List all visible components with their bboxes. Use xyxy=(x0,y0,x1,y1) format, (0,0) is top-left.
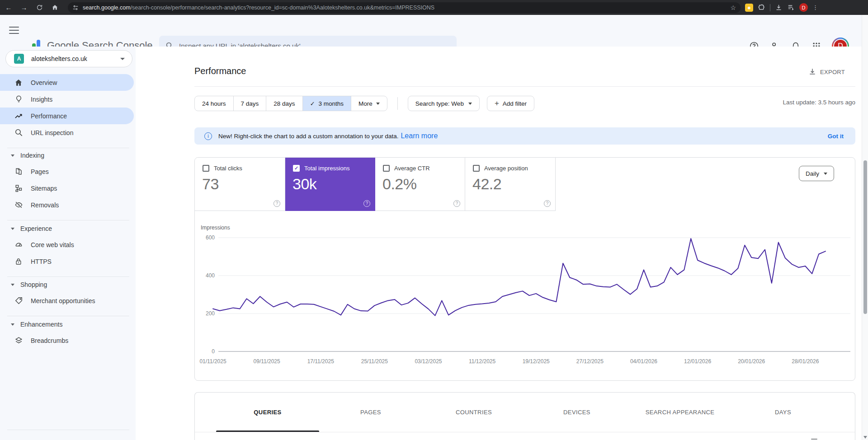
svg-text:12/01/2026: 12/01/2026 xyxy=(684,358,711,365)
sidebar-item-breadcrumbs[interactable]: Breadcrumbs xyxy=(0,332,134,349)
info-icon: i xyxy=(204,132,212,140)
property-avatar: A xyxy=(14,54,24,64)
chevron-down-icon xyxy=(11,284,14,286)
app-header: Google Search Console D xyxy=(0,15,868,47)
reload-icon[interactable] xyxy=(33,2,46,14)
got-it-button[interactable]: Got it xyxy=(828,133,844,140)
sidebar-item-overview[interactable]: Overview xyxy=(0,74,134,91)
granularity-dropdown[interactable]: Daily xyxy=(799,166,834,181)
search-icon xyxy=(14,128,24,137)
property-selector[interactable]: A alotekshelters.co.uk xyxy=(5,50,132,67)
sidebar-divider xyxy=(7,148,129,148)
sidebar-item-url-inspection[interactable]: URL inspection xyxy=(0,124,134,141)
date-filter-more[interactable]: More xyxy=(351,96,387,111)
svg-text:19/12/2025: 19/12/2025 xyxy=(523,358,550,365)
chevron-down-icon xyxy=(11,323,14,326)
tab-queries[interactable]: QUERIES xyxy=(216,393,319,432)
help-icon[interactable]: ? xyxy=(363,200,370,207)
divider xyxy=(195,432,855,432)
svg-text:17/11/2025: 17/11/2025 xyxy=(307,358,334,365)
url-text: search.google.com/search-console/perform… xyxy=(83,5,726,11)
tab-pages[interactable]: PAGES xyxy=(319,393,422,432)
checkbox-icon[interactable] xyxy=(203,165,209,172)
speedometer-icon xyxy=(14,240,24,249)
filter-list-icon[interactable] xyxy=(810,437,819,440)
sidebar-item-pages[interactable]: Pages xyxy=(0,163,134,180)
divider xyxy=(194,86,855,87)
page-scrollbar[interactable] xyxy=(862,15,868,440)
checkbox-icon[interactable] xyxy=(383,165,390,172)
reading-list-icon[interactable] xyxy=(787,4,795,11)
browser-profile-avatar[interactable]: D xyxy=(799,3,808,12)
date-filter-7-days[interactable]: 7 days xyxy=(234,96,267,111)
back-icon[interactable]: ← xyxy=(2,2,15,14)
sidebar-item-insights[interactable]: Insights xyxy=(0,91,134,108)
scroll-down-icon[interactable] xyxy=(863,436,867,439)
extension-icon[interactable]: ◆ xyxy=(745,4,753,12)
sidebar-item-merchant-opportunities[interactable]: Merchant opportunities xyxy=(0,292,134,309)
sidebar: A alotekshelters.co.uk Overview Insights… xyxy=(0,47,136,440)
svg-text:03/12/2025: 03/12/2025 xyxy=(415,358,442,365)
chevron-down-icon xyxy=(11,228,14,230)
metric-tile-total-clicks[interactable]: Total clicks 73 ? xyxy=(195,158,285,211)
banner-text: New! Right-click the chart to add a cust… xyxy=(218,133,398,140)
tab-days[interactable]: DAYS xyxy=(731,393,835,432)
tab-search-appearance[interactable]: SEARCH APPEARANCE xyxy=(628,393,731,432)
add-filter-button[interactable]: + Add filter xyxy=(487,96,534,111)
metric-tile-average-ctr[interactable]: Average CTR 0.2% ? xyxy=(375,158,465,211)
checkbox-checked-icon[interactable]: ✓ xyxy=(293,165,300,172)
sidebar-section-experience[interactable]: Experience xyxy=(0,222,134,235)
date-filter-24-hours[interactable]: 24 hours xyxy=(195,96,234,111)
sidebar-section-shopping[interactable]: Shopping xyxy=(0,278,134,291)
site-settings-icon[interactable] xyxy=(72,5,79,11)
help-icon[interactable]: ? xyxy=(274,200,280,207)
sidebar-item-removals[interactable]: Removals xyxy=(0,197,134,213)
sidebar-section-enhancements[interactable]: Enhancements xyxy=(0,318,134,331)
search-type-button[interactable]: Search type: Web xyxy=(408,96,480,111)
browser-actions: ◆ D ⋮ xyxy=(745,3,818,12)
date-filter-28-days[interactable]: 28 days xyxy=(266,96,302,111)
svg-text:20/01/2026: 20/01/2026 xyxy=(738,358,765,365)
metric-value: 0.2% xyxy=(382,175,465,193)
sidebar-section-indexing[interactable]: Indexing xyxy=(0,149,134,162)
help-icon[interactable]: ? xyxy=(544,200,551,207)
svg-text:11/12/2025: 11/12/2025 xyxy=(469,358,495,365)
url-bar[interactable]: search.google.com/search-console/perform… xyxy=(68,2,741,13)
date-filter-3-months[interactable]: ✓ 3 months xyxy=(303,96,351,111)
extensions-puzzle-icon[interactable] xyxy=(758,4,765,11)
tab-countries[interactable]: COUNTRIES xyxy=(422,393,525,432)
sidebar-item-sitemaps[interactable]: Sitemaps xyxy=(0,180,134,197)
impressions-line-chart[interactable]: 020040060001/11/202509/11/202517/11/2025… xyxy=(195,226,855,369)
check-icon: ✓ xyxy=(310,100,315,107)
scrollbar-thumb[interactable] xyxy=(863,160,867,314)
tab-devices[interactable]: DEVICES xyxy=(525,393,628,432)
metric-value: 73 xyxy=(202,175,285,193)
help-icon[interactable]: ? xyxy=(453,200,460,207)
annotation-banner: i New! Right-click the chart to add a cu… xyxy=(194,127,855,145)
forward-icon[interactable]: → xyxy=(17,2,31,14)
menu-hamburger-icon[interactable] xyxy=(9,27,19,34)
property-name: alotekshelters.co.uk xyxy=(31,55,120,62)
last-update-text: Last update: 3.5 hours ago xyxy=(783,99,855,106)
home-icon[interactable] xyxy=(48,2,61,14)
lock-icon xyxy=(14,257,24,266)
downloads-icon[interactable] xyxy=(775,4,783,11)
sidebar-item-https[interactable]: HTTPS xyxy=(0,253,134,270)
metric-tile-average-position[interactable]: Average position 42.2 ? xyxy=(465,158,556,211)
sidebar-item-core-web-vitals[interactable]: Core web vitals xyxy=(0,236,134,253)
export-button[interactable]: EXPORT xyxy=(808,68,845,76)
sidebar-item-performance[interactable]: Performance xyxy=(0,108,134,124)
metric-value: 42.2 xyxy=(472,175,555,193)
browser-menu-icon[interactable]: ⋮ xyxy=(812,4,818,11)
bookmark-star-icon[interactable]: ☆ xyxy=(730,4,736,11)
chevron-down-icon xyxy=(120,58,125,60)
checkbox-icon[interactable] xyxy=(473,165,480,172)
sitemap-icon xyxy=(14,184,24,192)
chevron-down-icon xyxy=(11,154,14,157)
eye-off-icon xyxy=(14,201,24,209)
sidebar-divider xyxy=(7,220,129,220)
chevron-down-icon xyxy=(468,103,472,105)
metric-tile-total-impressions[interactable]: ✓Total impressions 30k ? xyxy=(285,158,375,211)
learn-more-link[interactable]: Learn more xyxy=(401,132,438,140)
svg-text:25/11/2025: 25/11/2025 xyxy=(361,358,388,365)
